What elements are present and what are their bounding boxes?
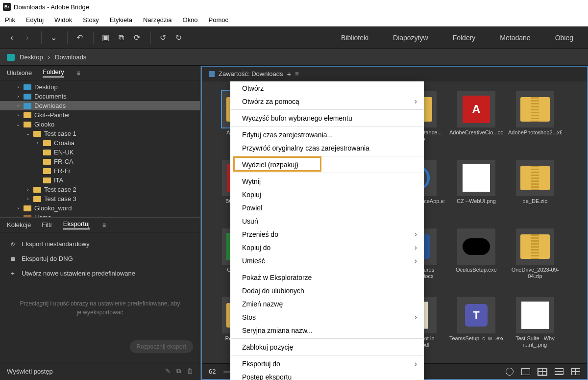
tree-item[interactable]: ›Downloads — [0, 101, 200, 110]
context-menu-item[interactable]: Postęp eksportu — [230, 370, 424, 380]
thumbnail[interactable]: AAdobeCreativeClo...ool.exe — [447, 91, 506, 160]
tree-item[interactable]: ITA — [0, 176, 200, 185]
context-menu-item[interactable]: Eksportuj do — [230, 357, 424, 370]
chevron-icon[interactable]: › — [16, 84, 21, 90]
thumbnail[interactable]: AdobePhotoshop2...x64.zip — [506, 91, 564, 160]
tree-item[interactable]: ›Documents — [0, 92, 200, 101]
context-menu-item[interactable]: Otwórz — [230, 81, 424, 95]
tab-export[interactable]: Eksportuj — [63, 220, 90, 229]
tree-item[interactable]: ›Test case 3 — [0, 194, 200, 203]
menu-view[interactable]: Widok — [54, 16, 72, 24]
tree-item[interactable]: ›Home — [0, 213, 200, 218]
context-menu-item[interactable]: Edytuj czas zarejestrowania... — [230, 128, 424, 141]
menu-label[interactable]: Etykieta — [110, 16, 132, 24]
hamburger-icon[interactable]: ≡ — [295, 70, 299, 77]
show-progress-label[interactable]: Wyświetl postęp — [7, 368, 53, 375]
breadcrumb-root[interactable]: Desktop — [20, 53, 43, 61]
chevron-icon[interactable]: › — [25, 196, 30, 202]
thumbnail[interactable]: OculusSetup.exe — [447, 228, 506, 297]
view-details-icon[interactable] — [571, 368, 580, 375]
thumbnail[interactable]: TTeamsSetup_c_w_.exe — [447, 297, 506, 366]
context-menu-item[interactable]: Powiel — [230, 201, 424, 214]
nav-forward-icon[interactable]: › — [21, 31, 34, 45]
tab-filter[interactable]: Filtr — [42, 221, 52, 228]
export-preset-row[interactable]: ⎋Eksport niestandardowy — [0, 236, 200, 251]
chevron-icon[interactable]: ⌄ — [25, 131, 30, 136]
menu-stacks[interactable]: Stosy — [83, 16, 99, 24]
context-menu-item[interactable]: Umieść — [230, 254, 424, 267]
context-menu-item[interactable]: Przywróć oryginalny czas zarejestrowania — [230, 141, 424, 154]
workspace-metadata[interactable]: Metadane — [500, 34, 530, 42]
tab-favorites[interactable]: Ulubione — [7, 69, 32, 76]
view-single-icon[interactable] — [521, 368, 530, 375]
add-tab-icon[interactable]: + — [287, 70, 292, 78]
rotate-ccw-icon[interactable]: ↺ — [156, 31, 170, 45]
tab-folders[interactable]: Foldery — [43, 68, 64, 77]
menu-file[interactable]: Plik — [5, 16, 15, 24]
menu-tools[interactable]: Narzędzia — [143, 16, 172, 24]
tree-item[interactable]: FR-Fr — [0, 166, 200, 176]
context-menu-item[interactable]: Wyczyść bufor wybranego elementu — [230, 111, 424, 125]
context-menu[interactable]: OtwórzOtwórz za pomocąWyczyść bufor wybr… — [230, 81, 424, 380]
reveal-icon[interactable]: ⌄ — [47, 31, 60, 45]
context-menu-item[interactable]: Pokaż w Eksploratorze — [230, 271, 424, 284]
view-grid-icon[interactable] — [538, 368, 547, 375]
chevron-icon[interactable]: › — [35, 140, 40, 146]
menu-edit[interactable]: Edytuj — [26, 16, 44, 24]
context-menu-item[interactable]: Otwórz za pomocą — [230, 95, 424, 108]
folder-tree[interactable]: ›Desktop›Documents›Downloads›Gkit--Paint… — [0, 80, 200, 218]
tree-item[interactable]: ›Glooko_word — [0, 203, 200, 213]
hamburger-icon[interactable]: ≡ — [77, 70, 80, 76]
tree-item[interactable]: EN-UK — [0, 148, 200, 157]
refresh-icon[interactable]: ⟳ — [130, 31, 144, 45]
chevron-icon[interactable]: ⌄ — [16, 122, 21, 127]
context-menu-item[interactable]: Usuń — [230, 214, 424, 228]
context-menu-item[interactable]: Seryjna zmiana nazw... — [230, 324, 424, 337]
workspace-folders[interactable]: Foldery — [453, 34, 476, 42]
thumbnail[interactable]: de_DE.zip — [506, 160, 564, 228]
context-menu-item[interactable]: Zmień nazwę — [230, 297, 424, 310]
menu-window[interactable]: Okno — [183, 16, 198, 24]
context-menu-item[interactable]: Wytnij — [230, 175, 424, 188]
hamburger-icon[interactable]: ≡ — [102, 222, 106, 228]
chevron-icon[interactable]: › — [25, 187, 30, 192]
tree-item[interactable]: ⌄Test case 1 — [0, 129, 200, 138]
context-menu-item[interactable]: Zablokuj pozycję — [230, 340, 424, 354]
thumbnail[interactable]: CZ --WebUI.png — [447, 160, 506, 228]
chevron-icon[interactable]: › — [16, 94, 21, 99]
tree-item[interactable]: ›Desktop — [0, 82, 200, 92]
workspace-workflow[interactable]: Obieg — [555, 34, 573, 42]
thumbnail[interactable]: OneDrive_2023-09-04.zip — [506, 228, 564, 297]
thumbnail[interactable]: Test Suite_ Why i...nt_.png — [506, 297, 564, 366]
tree-item[interactable]: ›Gkit--Painter — [0, 110, 200, 120]
workspace-filmstrip[interactable]: Diapozytyw — [393, 34, 428, 42]
context-menu-item[interactable]: Kopiuj — [230, 188, 424, 201]
tab-collections[interactable]: Kolekcje — [7, 221, 31, 228]
menu-help[interactable]: Pomoc — [209, 16, 228, 24]
trash-icon[interactable]: 🗑 — [187, 367, 193, 375]
export-preset-row[interactable]: +Utwórz nowe ustawienie predefiniowane — [0, 266, 200, 280]
tree-item[interactable]: ›Test case 2 — [0, 185, 200, 194]
boomerang-icon[interactable]: ↶ — [73, 31, 86, 45]
context-menu-item[interactable]: Kopiuj do — [230, 241, 424, 254]
view-list-icon[interactable] — [555, 368, 564, 375]
chevron-icon[interactable]: › — [16, 103, 21, 108]
copy-icon[interactable]: ⧉ — [114, 31, 128, 45]
edit-icon[interactable]: ✎ — [165, 367, 171, 375]
tree-item[interactable]: ⌄Glooko — [0, 120, 200, 129]
nav-back-icon[interactable]: ‹ — [5, 31, 19, 45]
breadcrumb-current[interactable]: Downloads — [55, 53, 86, 61]
tree-item[interactable]: FR-CA — [0, 157, 200, 166]
chevron-icon[interactable]: › — [16, 205, 21, 211]
context-menu-item[interactable]: Przenieś do — [230, 228, 424, 241]
tree-item[interactable]: ›Croatia — [0, 138, 200, 148]
context-menu-item[interactable]: Stos — [230, 310, 424, 324]
workspace-libraries[interactable]: Biblioteki — [341, 34, 368, 42]
camera-icon[interactable]: ▣ — [98, 31, 112, 45]
rotate-cw-icon[interactable]: ↻ — [172, 31, 185, 45]
export-preset-row[interactable]: ≣Eksportuj do DNG — [0, 251, 200, 266]
duplicate-icon[interactable]: ⧉ — [176, 367, 181, 375]
view-circle-icon[interactable] — [506, 368, 514, 376]
context-menu-item[interactable]: Wydziel (rozpakuj) — [230, 158, 424, 171]
chevron-icon[interactable]: › — [16, 112, 21, 118]
